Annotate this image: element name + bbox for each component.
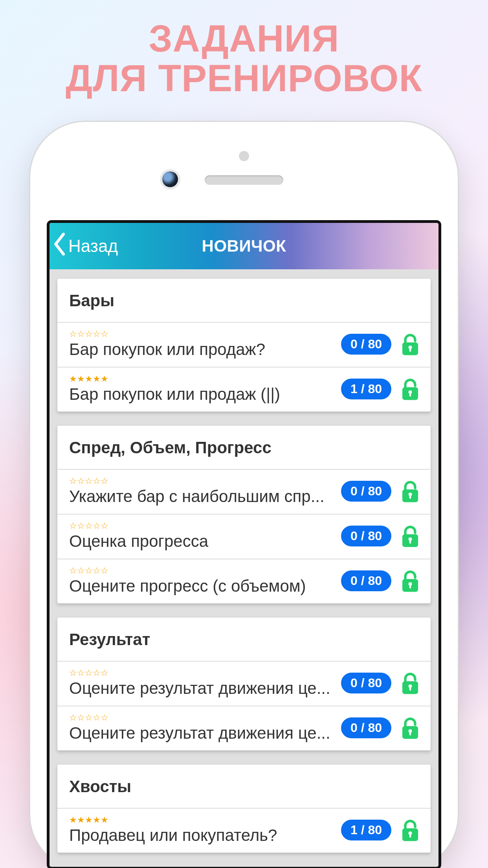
task-list[interactable]: Бары☆☆☆☆☆Бар покупок или продаж?0 / 80★★… — [50, 269, 438, 867]
navbar: Назад НОВИЧОК — [50, 223, 438, 269]
star-icon: ☆ — [101, 566, 108, 575]
star-icon: ☆ — [85, 714, 93, 722]
task-rating: ★★★★★ — [69, 375, 335, 383]
task-rating: ☆☆☆☆☆ — [69, 330, 335, 338]
task-rating: ☆☆☆☆☆ — [69, 566, 335, 575]
svg-rect-14 — [409, 584, 411, 588]
task-title: Укажите бар с наибольшим спр... — [69, 487, 335, 506]
star-icon: ☆ — [77, 669, 85, 677]
star-icon: ★ — [77, 816, 85, 824]
star-icon: ☆ — [93, 566, 101, 575]
task-row[interactable]: ★★★★★Бар покупок или продаж (||)1 / 80 — [57, 368, 431, 412]
promo-line-2: ДЛЯ ТРЕНИРОВОК — [66, 59, 422, 98]
task-title: Оцените результат движения це... — [69, 724, 335, 743]
star-icon: ☆ — [93, 330, 101, 338]
unlock-icon — [400, 569, 420, 593]
back-label: Назад — [68, 236, 118, 256]
star-icon: ☆ — [85, 566, 93, 575]
star-icon: ☆ — [101, 522, 108, 530]
task-main: ☆☆☆☆☆Оцените результат движения це... — [69, 669, 335, 698]
svg-rect-2 — [409, 348, 411, 351]
task-main: ☆☆☆☆☆Укажите бар с наибольшим спр... — [69, 477, 335, 506]
star-icon: ☆ — [69, 669, 77, 677]
section-title: Результат — [57, 618, 431, 662]
task-main: ☆☆☆☆☆Оцените результат движения це... — [69, 714, 335, 743]
section-title: Бары — [57, 279, 431, 323]
task-title: Бар покупок или продаж? — [69, 340, 335, 359]
star-icon: ☆ — [77, 566, 85, 575]
progress-badge: 1 / 80 — [341, 379, 391, 399]
star-icon: ☆ — [85, 522, 93, 530]
star-icon: ★ — [101, 375, 108, 383]
unlock-icon — [400, 671, 420, 695]
task-row[interactable]: ☆☆☆☆☆Оцените результат движения це...0 /… — [57, 706, 431, 750]
task-rating: ☆☆☆☆☆ — [69, 669, 335, 677]
task-row[interactable]: ☆☆☆☆☆Оценка прогресса0 / 80 — [57, 515, 431, 559]
section-card: Результат☆☆☆☆☆Оцените результат движения… — [57, 618, 431, 750]
unlock-icon — [400, 524, 420, 548]
task-main: ☆☆☆☆☆Оцените прогресс (с объемом) — [69, 566, 335, 596]
star-icon: ★ — [69, 816, 77, 824]
task-title: Бар покупок или продаж (||) — [69, 385, 335, 404]
star-icon: ★ — [93, 816, 101, 824]
phone-sensor-dot — [239, 151, 249, 161]
task-row[interactable]: ☆☆☆☆☆Укажите бар с наибольшим спр...0 / … — [57, 470, 431, 515]
unlock-icon — [400, 716, 420, 740]
task-row[interactable]: ☆☆☆☆☆Оцените результат движения це...0 /… — [57, 662, 431, 706]
star-icon: ★ — [69, 375, 77, 383]
star-icon: ☆ — [69, 714, 77, 722]
star-icon: ☆ — [93, 714, 101, 722]
star-icon: ☆ — [85, 477, 93, 485]
section-title: Спред, Объем, Прогресс — [57, 426, 431, 470]
star-icon: ☆ — [101, 477, 108, 485]
section-card: Хвосты★★★★★Продавец или покупатель?1 / 8… — [57, 765, 431, 853]
progress-badge: 0 / 80 — [341, 481, 391, 502]
star-icon: ☆ — [69, 566, 77, 575]
svg-rect-11 — [409, 539, 411, 543]
section-card: Спред, Объем, Прогресс☆☆☆☆☆Укажите бар с… — [57, 426, 431, 603]
svg-rect-17 — [409, 686, 411, 690]
task-rating: ☆☆☆☆☆ — [69, 714, 335, 722]
star-icon: ☆ — [69, 477, 77, 485]
star-icon: ☆ — [85, 669, 93, 677]
star-icon: ★ — [77, 375, 85, 383]
star-icon: ★ — [93, 375, 101, 383]
star-icon: ★ — [101, 816, 108, 824]
progress-badge: 1 / 80 — [341, 820, 391, 840]
progress-badge: 0 / 80 — [341, 570, 391, 591]
star-icon: ☆ — [77, 477, 85, 485]
unlock-icon — [400, 818, 420, 842]
star-icon: ☆ — [101, 714, 108, 722]
star-icon: ☆ — [93, 477, 101, 485]
task-rating: ☆☆☆☆☆ — [69, 477, 335, 485]
unlock-icon — [400, 480, 420, 503]
progress-badge: 0 / 80 — [341, 673, 391, 693]
star-icon: ★ — [85, 816, 93, 824]
progress-badge: 0 / 80 — [341, 526, 391, 546]
star-icon: ☆ — [69, 522, 77, 530]
task-title: Оцените прогресс (с объемом) — [69, 577, 335, 596]
task-title: Оценка прогресса — [69, 532, 335, 551]
task-row[interactable]: ★★★★★Продавец или покупатель?1 / 80 — [57, 809, 431, 853]
progress-badge: 0 / 80 — [341, 334, 391, 355]
task-main: ★★★★★Бар покупок или продаж (||) — [69, 375, 335, 404]
star-icon: ☆ — [93, 669, 101, 677]
task-row[interactable]: ☆☆☆☆☆Бар покупок или продаж?0 / 80 — [57, 323, 431, 368]
task-title: Оцените результат движения це... — [69, 679, 335, 698]
svg-rect-20 — [409, 731, 411, 735]
phone-frame: Назад НОВИЧОК Бары☆☆☆☆☆Бар покупок или п… — [30, 122, 458, 868]
task-main: ☆☆☆☆☆Бар покупок или продаж? — [69, 330, 335, 359]
back-button[interactable]: Назад — [53, 233, 118, 259]
section-card: Бары☆☆☆☆☆Бар покупок или продаж?0 / 80★★… — [57, 279, 431, 412]
task-rating: ★★★★★ — [69, 816, 335, 824]
promo-line-1: ЗАДАНИЯ — [66, 19, 422, 59]
task-title: Продавец или покупатель? — [69, 826, 335, 845]
star-icon: ☆ — [101, 669, 108, 677]
chevron-left-icon — [53, 233, 67, 259]
promo-title: ЗАДАНИЯ ДЛЯ ТРЕНИРОВОК — [66, 19, 422, 98]
unlock-icon — [400, 333, 420, 356]
section-title: Хвосты — [57, 765, 431, 809]
phone-screen: Назад НОВИЧОК Бары☆☆☆☆☆Бар покупок или п… — [47, 220, 441, 868]
star-icon: ☆ — [77, 330, 85, 338]
task-row[interactable]: ☆☆☆☆☆Оцените прогресс (с объемом)0 / 80 — [57, 559, 431, 603]
